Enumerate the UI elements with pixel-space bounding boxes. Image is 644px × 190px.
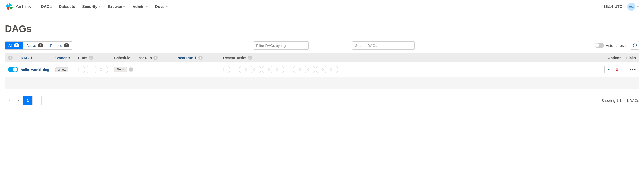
refresh-button[interactable]	[630, 41, 639, 50]
task-status-circle[interactable]	[324, 66, 331, 73]
info-icon[interactable]: i	[248, 56, 252, 60]
info-icon[interactable]: i	[153, 56, 158, 60]
run-status-circle[interactable]	[86, 66, 93, 73]
caret-down-icon[interactable]: ▼	[637, 6, 639, 8]
info-icon[interactable]: i	[89, 56, 93, 60]
nav-dags[interactable]: DAGs	[41, 5, 52, 9]
task-status-circle[interactable]	[308, 66, 315, 73]
nav-items: DAGs Datasets Security▼ Browse▼ Admin▼ D…	[41, 5, 604, 9]
auto-refresh-group: Auto-refresh	[594, 43, 626, 48]
showing-summary: Showing 1-1 of 1 DAGs	[601, 98, 639, 103]
filter-all-count: 1	[14, 44, 20, 47]
owner-badge[interactable]: airflow	[56, 67, 68, 72]
nav-right: 16:14 UTC AG ▼	[604, 3, 639, 11]
trigger-dag-button[interactable]	[605, 66, 613, 73]
task-status-circle[interactable]	[277, 66, 284, 73]
page-prev-button[interactable]: ‹	[14, 96, 24, 105]
col-recent-tasks: Recent Tasks i	[223, 56, 597, 60]
page-number-button[interactable]: 1	[24, 96, 32, 105]
nav-datasets[interactable]: Datasets	[59, 5, 75, 9]
col-owner[interactable]: Owner ▲▼	[56, 56, 78, 60]
run-status-circle[interactable]	[78, 66, 85, 73]
row-actions	[604, 66, 621, 73]
search-dags-input[interactable]	[352, 41, 414, 50]
page-first-button[interactable]: «	[5, 96, 14, 105]
caret-down-icon: ▼	[146, 6, 148, 8]
task-status-circle[interactable]	[238, 66, 246, 73]
more-links-button[interactable]: •••	[630, 67, 636, 72]
trash-icon	[615, 68, 619, 71]
nav-admin[interactable]: Admin▼	[132, 5, 148, 9]
task-status-circle[interactable]	[331, 66, 338, 73]
filter-tabs: All 1 Active 1 Paused 0	[5, 41, 73, 50]
info-icon[interactable]: i	[198, 56, 203, 60]
task-status-circle[interactable]	[246, 66, 254, 73]
tag-filter-input[interactable]	[253, 41, 308, 50]
user-avatar[interactable]: AG	[627, 3, 635, 11]
task-status-circle[interactable]	[292, 66, 300, 73]
page-next-button[interactable]: ›	[32, 96, 42, 105]
task-status-circle[interactable]	[316, 66, 323, 73]
filter-paused-count: 0	[64, 44, 70, 47]
recent-tasks-indicators	[223, 66, 597, 73]
filter-active[interactable]: Active 1	[23, 42, 47, 50]
runs-indicators	[78, 66, 114, 73]
clock: 16:14 UTC	[604, 5, 622, 9]
col-next-run[interactable]: Next Run ▲▼ i	[178, 56, 223, 60]
schedule-badge[interactable]: None	[114, 67, 127, 72]
nav-docs[interactable]: Docs▼	[155, 5, 168, 9]
brand-name: Airflow	[16, 4, 31, 10]
play-icon	[607, 68, 610, 71]
info-icon[interactable]: i	[8, 56, 12, 60]
task-status-circle[interactable]	[231, 66, 238, 73]
task-status-circle[interactable]	[300, 66, 308, 73]
toolbar: All 1 Active 1 Paused 0 Auto-refresh	[5, 41, 639, 50]
filter-active-count: 1	[38, 44, 43, 47]
page-title: DAGs	[5, 24, 639, 34]
filter-paused[interactable]: Paused 0	[47, 42, 73, 50]
caret-down-icon: ▼	[166, 6, 168, 8]
col-runs: Runs i	[78, 56, 114, 60]
page-last-button[interactable]: »	[42, 96, 51, 105]
refresh-icon	[633, 43, 637, 48]
auto-refresh-label: Auto-refresh	[606, 44, 626, 48]
task-status-circle[interactable]	[262, 66, 269, 73]
task-status-circle[interactable]	[285, 66, 292, 73]
delete-dag-button[interactable]	[613, 66, 621, 73]
brand-logo[interactable]: Airflow	[5, 3, 31, 11]
sort-icon: ▲▼	[68, 56, 70, 59]
task-status-circle[interactable]	[223, 66, 230, 73]
col-dag[interactable]: DAG ▲▼	[21, 56, 56, 60]
nav-security[interactable]: Security▼	[82, 5, 101, 9]
col-schedule: Schedule	[114, 56, 136, 60]
col-actions: Actions	[597, 56, 621, 60]
dag-id-link[interactable]: hello_world_dag	[21, 68, 49, 72]
run-status-circle[interactable]	[94, 66, 101, 73]
table-row: hello_world_dag airflow None i	[5, 62, 639, 77]
task-status-circle[interactable]	[254, 66, 261, 73]
run-status-circle[interactable]	[101, 66, 108, 73]
filter-all[interactable]: All 1	[5, 42, 23, 50]
task-status-circle[interactable]	[270, 66, 277, 73]
airflow-pinwheel-icon	[5, 3, 14, 11]
info-icon[interactable]: i	[129, 67, 133, 72]
col-links: Links	[621, 56, 636, 60]
pagination: « ‹ 1 › »	[5, 96, 51, 105]
caret-down-icon: ▼	[123, 6, 125, 8]
col-last-run: Last Run i	[136, 56, 178, 60]
top-navbar: Airflow DAGs Datasets Security▼ Browse▼ …	[0, 0, 644, 14]
sort-icon: ▲▼	[30, 56, 32, 59]
dags-table: i DAG ▲▼ Owner ▲▼ Runs i Schedule Last R…	[5, 53, 639, 89]
sort-icon: ▲▼	[195, 56, 197, 59]
caret-down-icon: ▼	[98, 6, 101, 8]
table-header-row: i DAG ▲▼ Owner ▲▼ Runs i Schedule Last R…	[5, 53, 639, 62]
table-footer: « ‹ 1 › » Showing 1-1 of 1 DAGs	[0, 91, 644, 110]
nav-browse[interactable]: Browse▼	[108, 5, 125, 9]
auto-refresh-toggle[interactable]	[594, 43, 604, 48]
dag-pause-toggle[interactable]	[8, 67, 18, 72]
